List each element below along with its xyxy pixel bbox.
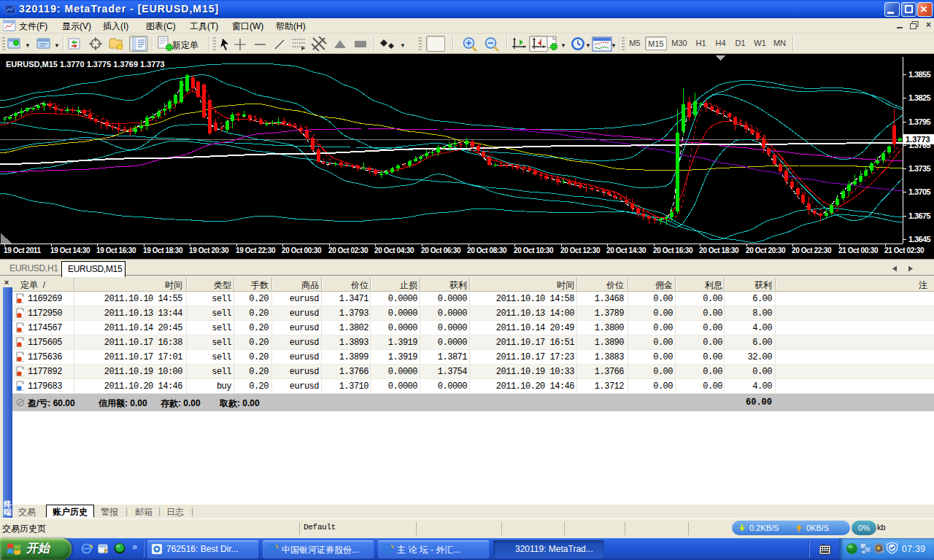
svg-text:1.3735: 1.3735 xyxy=(908,164,931,173)
svg-text:19 Oct 20:30: 19 Oct 20:30 xyxy=(189,246,229,254)
svg-text:19 Oct 22:30: 19 Oct 22:30 xyxy=(236,246,276,254)
svg-text:20 Oct 20:30: 20 Oct 20:30 xyxy=(746,246,786,254)
svg-text:19 Oct 2011: 19 Oct 2011 xyxy=(4,246,41,254)
svg-text:21 Oct 02:30: 21 Oct 02:30 xyxy=(884,246,925,254)
svg-text:1.3645: 1.3645 xyxy=(908,235,931,244)
svg-text:20 Oct 22:30: 20 Oct 22:30 xyxy=(792,246,832,254)
svg-text:1.3825: 1.3825 xyxy=(908,93,931,102)
svg-text:1.3705: 1.3705 xyxy=(908,187,931,196)
svg-text:20 Oct 00:30: 20 Oct 00:30 xyxy=(282,246,322,254)
svg-text:1.3855: 1.3855 xyxy=(908,70,931,79)
svg-text:20 Oct 06:30: 20 Oct 06:30 xyxy=(421,246,461,254)
svg-text:20 Oct 08:30: 20 Oct 08:30 xyxy=(467,246,507,254)
svg-text:F: F xyxy=(301,45,305,52)
svg-text:19 Oct 14:30: 19 Oct 14:30 xyxy=(50,246,90,254)
svg-text:19 Oct 16:30: 19 Oct 16:30 xyxy=(96,246,136,254)
svg-text:EURUSD,M15 1.3770 1.3775 1.37: EURUSD,M15 1.3770 1.3775 1.3769 1.3773 xyxy=(6,60,165,69)
svg-text:1.3795: 1.3795 xyxy=(908,117,931,126)
svg-text:20 Oct 02:30: 20 Oct 02:30 xyxy=(328,246,368,254)
svg-text:20 Oct 12:30: 20 Oct 12:30 xyxy=(560,246,601,254)
svg-text:21 Oct 00:30: 21 Oct 00:30 xyxy=(838,246,879,254)
svg-text:20 Oct 18:30: 20 Oct 18:30 xyxy=(699,246,739,254)
svg-text:20 Oct 16:30: 20 Oct 16:30 xyxy=(653,246,693,254)
svg-text:19 Oct 18:30: 19 Oct 18:30 xyxy=(143,246,183,254)
svg-text:1.3773: 1.3773 xyxy=(906,135,930,144)
svg-text:20 Oct 14:30: 20 Oct 14:30 xyxy=(606,246,647,254)
svg-text:20 Oct 10:30: 20 Oct 10:30 xyxy=(514,246,554,254)
svg-text:1.3675: 1.3675 xyxy=(908,211,931,220)
svg-text:20 Oct 04:30: 20 Oct 04:30 xyxy=(374,246,414,254)
